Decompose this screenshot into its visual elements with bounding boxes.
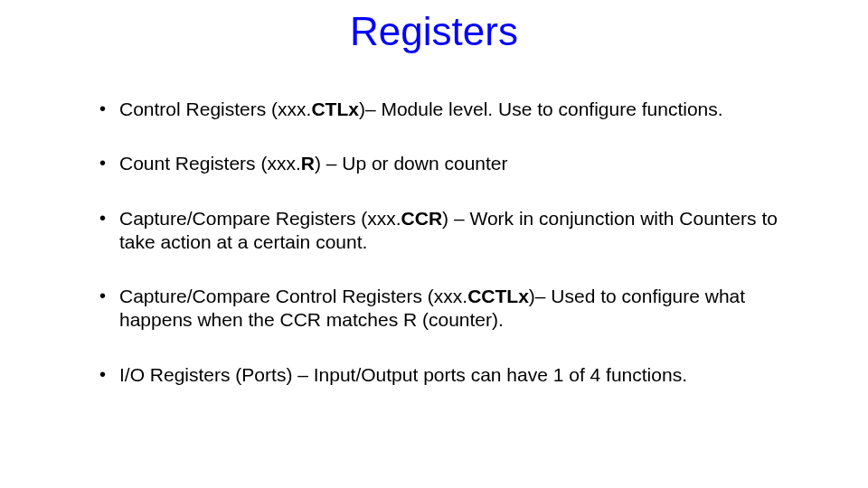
slide-body: Control Registers (xxx.CTLx)– Module lev… [98,98,794,418]
list-item: Capture/Compare Control Registers (xxx.C… [98,285,794,333]
bullet-list: Control Registers (xxx.CTLx)– Module lev… [98,98,794,387]
bullet-text-pre: Count Registers (xxx. [119,153,301,174]
slide: Registers Control Registers (xxx.CTLx)– … [0,0,868,488]
bullet-text-bold: R [301,153,315,174]
slide-title: Registers [0,9,868,54]
bullet-text-bold: CTLx [311,99,359,119]
list-item: Capture/Compare Registers (xxx.CCR) – Wo… [98,207,794,255]
bullet-text-pre: Capture/Compare Registers (xxx. [119,208,401,229]
bullet-text-pre: Capture/Compare Control Registers (xxx. [119,286,467,306]
bullet-text-pre: I/O Registers (Ports) – Input/Output por… [119,364,687,385]
bullet-text-pre: Control Registers (xxx. [119,99,311,119]
bullet-text-bold: CCR [401,208,443,229]
bullet-text-post: ) – Up or down counter [315,153,508,174]
list-item: Control Registers (xxx.CTLx)– Module lev… [98,98,794,121]
list-item: Count Registers (xxx.R) – Up or down cou… [98,152,794,175]
list-item: I/O Registers (Ports) – Input/Output por… [98,363,794,387]
bullet-text-bold: CCTLx [467,286,529,306]
bullet-text-post: )– Module level. Use to configure functi… [359,99,723,119]
